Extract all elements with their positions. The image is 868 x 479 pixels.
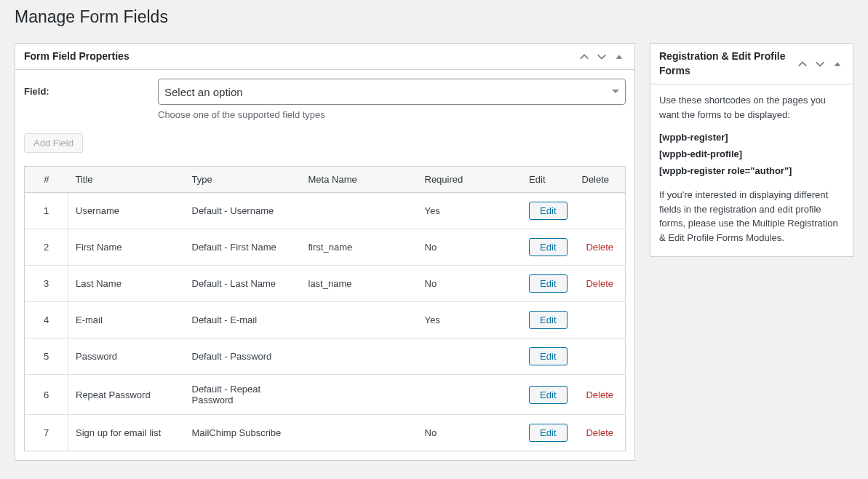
row-type: Default - First Name — [185, 229, 301, 266]
row-num: 7 — [25, 415, 68, 451]
row-edit-cell: Edit — [522, 339, 574, 375]
row-required: Yes — [418, 302, 522, 339]
row-delete-cell — [575, 302, 626, 339]
field-type-select[interactable]: Select an option — [158, 79, 626, 105]
side-box-title: Registration & Edit Profile Forms — [659, 44, 796, 84]
side-intro-text: Use these shortcodes on the pages you wa… — [659, 93, 844, 122]
shortcode: [wppb-register] — [659, 132, 844, 143]
row-num: 4 — [25, 302, 68, 339]
row-meta: last_name — [301, 266, 418, 302]
row-type: Default - E-mail — [185, 302, 301, 339]
row-delete-cell — [575, 339, 626, 375]
table-row: 3Last NameDefault - Last Namelast_nameNo… — [25, 266, 626, 302]
delete-link[interactable]: Delete — [586, 278, 613, 289]
delete-link[interactable]: Delete — [586, 427, 613, 438]
row-type: MailChimp Subscribe — [185, 415, 301, 451]
row-meta — [301, 375, 418, 415]
th-edit: Edit — [522, 167, 574, 193]
row-title: E-mail — [68, 302, 185, 339]
row-delete-cell — [575, 193, 626, 229]
row-num: 2 — [25, 229, 68, 266]
collapse-icon[interactable] — [613, 50, 626, 63]
row-title: Username — [68, 193, 185, 229]
page-title: Manage Form Fields — [15, 7, 853, 27]
th-delete: Delete — [575, 167, 626, 193]
row-title: Password — [68, 339, 185, 375]
row-required — [418, 339, 522, 375]
row-title: Sign up for email list — [68, 415, 185, 451]
row-required: No — [418, 229, 522, 266]
shortcode: [wppb-register role="author"] — [659, 165, 844, 176]
row-meta — [301, 302, 418, 339]
field-label: Field: — [24, 79, 158, 120]
row-edit-cell: Edit — [522, 266, 574, 302]
box-title: Form Field Properties — [24, 50, 130, 64]
select-value: Select an option — [164, 86, 243, 98]
delete-link[interactable]: Delete — [586, 242, 613, 253]
th-num: # — [25, 167, 68, 193]
row-delete-cell: Delete — [575, 266, 626, 302]
row-type: Default - Repeat Password — [185, 375, 301, 415]
row-num: 5 — [25, 339, 68, 375]
row-num: 1 — [25, 193, 68, 229]
row-required: Yes — [418, 193, 522, 229]
delete-link[interactable]: Delete — [586, 389, 613, 400]
shortcode: [wppb-edit-profile] — [659, 149, 844, 159]
table-row: 6Repeat PasswordDefault - Repeat Passwor… — [25, 375, 626, 415]
row-title: First Name — [68, 229, 185, 266]
th-type: Type — [185, 167, 301, 193]
row-meta — [301, 415, 418, 451]
table-row: 5PasswordDefault - PasswordEdit — [25, 339, 626, 375]
fields-table: # Title Type Meta Name Required Edit Del… — [24, 166, 626, 451]
th-meta: Meta Name — [301, 167, 418, 193]
row-required: No — [418, 266, 522, 302]
row-delete-cell: Delete — [575, 415, 626, 451]
row-num: 3 — [25, 266, 68, 302]
edit-button[interactable]: Edit — [529, 202, 567, 220]
row-type: Default - Username — [185, 193, 301, 229]
th-title: Title — [68, 167, 185, 193]
row-delete-cell: Delete — [575, 375, 626, 415]
row-edit-cell: Edit — [522, 229, 574, 266]
row-edit-cell: Edit — [522, 375, 574, 415]
move-down-icon[interactable] — [595, 50, 608, 63]
edit-button[interactable]: Edit — [529, 238, 567, 256]
move-up-icon[interactable] — [578, 50, 591, 63]
form-field-properties-box: Form Field Properties — [15, 43, 635, 461]
add-field-button[interactable]: Add Field — [24, 133, 83, 153]
edit-button[interactable]: Edit — [529, 386, 567, 404]
row-meta — [301, 193, 418, 229]
move-up-icon[interactable] — [796, 58, 809, 71]
chevron-down-icon — [612, 88, 619, 95]
edit-button[interactable]: Edit — [529, 424, 567, 442]
row-required — [418, 375, 522, 415]
row-meta: first_name — [301, 229, 418, 266]
row-delete-cell: Delete — [575, 229, 626, 266]
side-outro-text: If you're interested in displaying diffe… — [659, 188, 844, 245]
row-edit-cell: Edit — [522, 302, 574, 339]
move-down-icon[interactable] — [813, 58, 827, 71]
row-type: Default - Password — [185, 339, 301, 375]
table-row: 1UsernameDefault - UsernameYesEdit — [25, 193, 626, 229]
edit-button[interactable]: Edit — [529, 274, 567, 293]
collapse-icon[interactable] — [831, 58, 844, 71]
th-required: Required — [418, 167, 522, 193]
row-meta — [301, 339, 418, 375]
row-title: Last Name — [68, 266, 185, 302]
field-help-text: Choose one of the supported field types — [158, 109, 626, 120]
edit-button[interactable]: Edit — [529, 347, 567, 365]
registration-forms-box: Registration & Edit Profile Forms — [650, 43, 853, 257]
row-type: Default - Last Name — [185, 266, 301, 302]
edit-button[interactable]: Edit — [529, 311, 567, 329]
table-row: 2First NameDefault - First Namefirst_nam… — [25, 229, 626, 266]
row-required: No — [418, 415, 522, 451]
table-row: 7Sign up for email listMailChimp Subscri… — [25, 415, 626, 451]
table-row: 4E-mailDefault - E-mailYesEdit — [25, 302, 626, 339]
row-title: Repeat Password — [68, 375, 185, 415]
row-edit-cell: Edit — [522, 415, 574, 451]
row-edit-cell: Edit — [522, 193, 574, 229]
row-num: 6 — [25, 375, 68, 415]
